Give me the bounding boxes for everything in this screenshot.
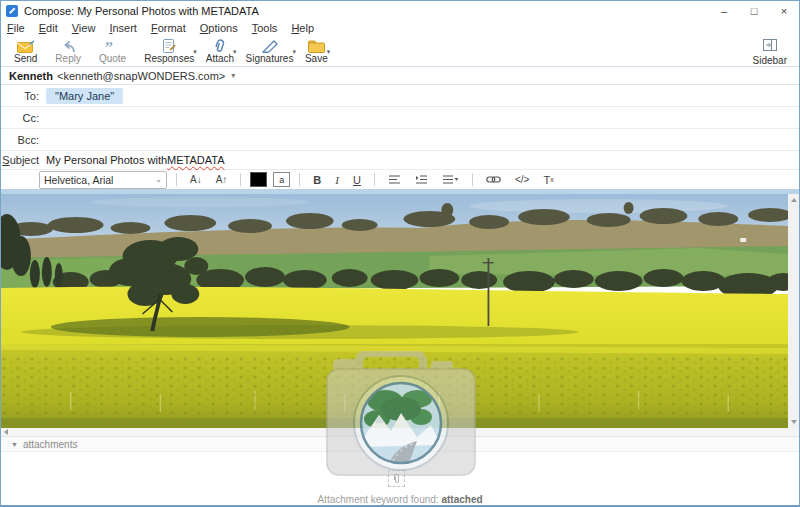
save-button[interactable]: Save: [296, 37, 331, 65]
insert-link-icon[interactable]: [482, 174, 505, 185]
from-dropdown-icon[interactable]: ▾: [231, 71, 235, 80]
quote-button[interactable]: ” Quote: [90, 37, 135, 65]
insert-code-button[interactable]: </>: [511, 173, 533, 186]
menu-help[interactable]: Help: [291, 22, 314, 34]
minimize-button[interactable]: –: [709, 1, 739, 20]
subject-misspelled-word: METADATA: [167, 154, 224, 166]
menu-insert[interactable]: Insert: [109, 22, 137, 34]
menu-file[interactable]: File: [7, 22, 25, 34]
close-button[interactable]: ×: [769, 1, 799, 20]
from-row[interactable]: Kenneth <kenneth@snapWONDERS.com> ▾: [1, 67, 799, 85]
clear-formatting-button[interactable]: Tx: [539, 173, 557, 187]
pen-icon: [262, 38, 278, 53]
subject-text: My Personal Photos with: [46, 154, 167, 166]
decrease-font-size-button[interactable]: A↓: [186, 173, 206, 186]
canola-field-photo[interactable]: [1, 194, 788, 428]
bcc-field[interactable]: [46, 129, 799, 150]
send-button[interactable]: Send: [5, 37, 46, 65]
cc-row: Cc:: [1, 107, 799, 129]
message-body[interactable]: [1, 194, 799, 428]
attachment-drop-target[interactable]: [388, 470, 405, 487]
attach-button[interactable]: Attach: [197, 37, 237, 65]
scroll-up-icon[interactable]: [791, 198, 797, 202]
menu-options[interactable]: Options: [200, 22, 238, 34]
save-dropdown-icon[interactable]: ▾: [327, 46, 331, 56]
maximize-button[interactable]: □: [739, 1, 769, 20]
responses-document-icon: [163, 38, 176, 53]
send-envelope-icon: [17, 38, 35, 53]
to-label: To:: [1, 90, 46, 102]
attachments-title: attachments: [23, 439, 77, 450]
reply-arrow-icon: [61, 38, 76, 53]
bcc-label: Bcc:: [1, 134, 46, 146]
compose-window: Compose: My Personal Photos with METADAT…: [0, 0, 800, 507]
sidebar-button[interactable]: Sidebar: [745, 36, 795, 67]
compose-app-icon: [6, 5, 18, 17]
cc-field[interactable]: [46, 107, 799, 128]
menu-format[interactable]: Format: [151, 22, 186, 34]
paperclip-icon: [213, 38, 226, 53]
bullet-list-icon[interactable]: [384, 173, 405, 186]
italic-button[interactable]: I: [331, 173, 343, 187]
save-folder-icon: [308, 38, 325, 53]
subject-label: Subject: [1, 154, 46, 166]
scroll-down-icon[interactable]: [791, 420, 797, 424]
attachment-reminder: Attachment keyword found: attached: [1, 494, 799, 505]
subject-field[interactable]: My Personal Photos with METADATA: [46, 151, 799, 169]
window-title: Compose: My Personal Photos with METADAT…: [24, 5, 709, 17]
from-address: <kenneth@snapWONDERS.com>: [57, 70, 225, 82]
cc-label: Cc:: [1, 112, 46, 124]
sidebar-icon: [763, 37, 777, 55]
chevron-down-icon: ⌄: [155, 175, 162, 184]
format-toolbar: Helvetica, Arial ⌄ A↓ A↑ a B I U: [1, 170, 799, 189]
svg-text:”: ”: [105, 40, 113, 53]
background-color-swatch[interactable]: a: [273, 172, 290, 187]
underline-button[interactable]: U: [349, 173, 365, 187]
attachments-header[interactable]: ▼ attachments: [1, 436, 799, 452]
menu-view[interactable]: View: [72, 22, 96, 34]
subject-row: Subject My Personal Photos with METADATA: [1, 151, 799, 170]
compose-toolbar: Send Reply ” Quote: [1, 36, 799, 67]
title-bar: Compose: My Personal Photos with METADAT…: [1, 1, 799, 20]
recipient-pill[interactable]: "Mary Jane": [46, 88, 123, 104]
signatures-button[interactable]: Signatures: [237, 37, 297, 65]
vertical-scrollbar[interactable]: [788, 194, 799, 428]
attachment-keyword: attached: [441, 494, 482, 505]
bcc-row: Bcc:: [1, 129, 799, 151]
from-name: Kenneth: [9, 70, 53, 82]
reply-button[interactable]: Reply: [46, 37, 90, 65]
font-family-select[interactable]: Helvetica, Arial ⌄: [39, 171, 167, 189]
text-color-swatch[interactable]: [250, 172, 267, 187]
menu-edit[interactable]: Edit: [39, 22, 58, 34]
collapse-icon[interactable]: ▼: [11, 441, 18, 448]
to-field[interactable]: "Mary Jane": [46, 85, 799, 106]
menu-bar: File Edit View Insert Format Options Too…: [1, 20, 799, 36]
menu-tools[interactable]: Tools: [252, 22, 278, 34]
quote-marks-icon: ”: [105, 38, 120, 53]
scroll-left-icon[interactable]: [4, 429, 8, 435]
small-paperclip-icon: [392, 473, 401, 484]
indent-icon[interactable]: [411, 173, 432, 186]
responses-button[interactable]: Responses: [135, 37, 197, 65]
horizontal-scrollbar[interactable]: [1, 428, 799, 436]
to-row: To: "Mary Jane": [1, 85, 799, 107]
bold-button[interactable]: B: [309, 173, 325, 187]
attachments-panel[interactable]: Attachment keyword found: attached: [1, 452, 799, 505]
increase-font-size-button[interactable]: A↑: [212, 173, 232, 186]
list-style-dropdown-icon[interactable]: [438, 173, 463, 186]
